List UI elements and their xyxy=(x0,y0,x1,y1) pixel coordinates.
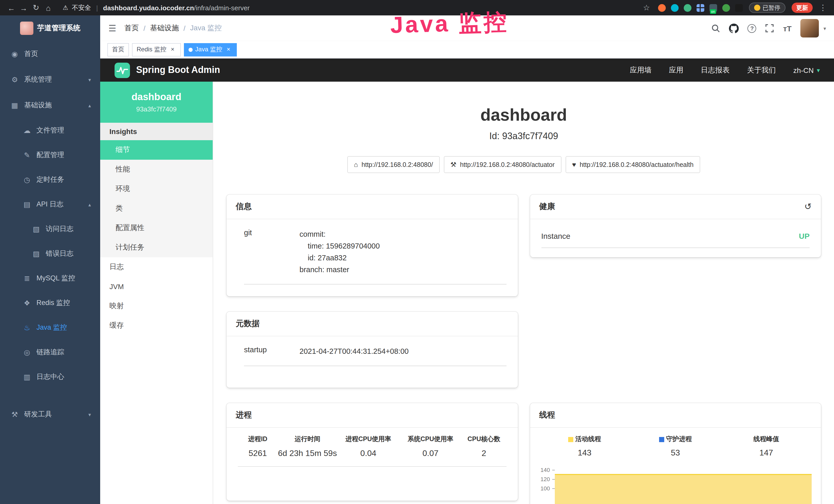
fullscreen-icon[interactable] xyxy=(765,24,774,33)
search-icon[interactable] xyxy=(711,24,721,33)
sba-nav-applications[interactable]: 应用 xyxy=(669,66,683,75)
sidebar-item-access-logs[interactable]: ▧ 访问日志 xyxy=(0,217,100,241)
close-icon[interactable]: × xyxy=(169,46,176,53)
sidebar-item-infrastructure[interactable]: ▦ 基础设施 ▴ xyxy=(0,92,100,118)
sidebar-item-tracing[interactable]: ◎ 链路追踪 xyxy=(0,340,100,365)
bookmark-star-icon[interactable]: ☆ xyxy=(640,3,653,12)
threads-card: 线程 活动线程 143 守护进程 53 xyxy=(530,403,821,504)
app-sidebar: 芋道管理系统 ◉ 首页 ⚙ 系统管理 ▾ ▦ 基础设施 ▴ ☁ xyxy=(0,16,100,504)
paused-badge[interactable]: 已暂停 xyxy=(749,3,786,13)
update-button[interactable]: 更新 xyxy=(792,3,813,13)
forward-icon[interactable]: → xyxy=(18,3,30,12)
card-header: 信息 xyxy=(226,194,518,219)
close-icon[interactable]: × xyxy=(225,46,232,53)
document-icon: ▤ xyxy=(23,200,31,208)
extension-icon-2[interactable] xyxy=(671,4,678,12)
sba-nav-journal[interactable]: 日志报表 xyxy=(701,66,730,75)
font-size-icon[interactable]: ᴛT xyxy=(783,24,792,32)
threads-chart: 140 120 100 xyxy=(535,461,814,504)
sba-nav-wallboard[interactable]: 应用墙 xyxy=(630,66,652,75)
paused-label: 已暂停 xyxy=(763,4,780,12)
sba-item-config-properties[interactable]: 配置属性 xyxy=(100,218,213,238)
sidebar-item-system-management[interactable]: ⚙ 系统管理 ▾ xyxy=(0,67,100,92)
back-icon[interactable]: ← xyxy=(5,3,18,12)
home-icon[interactable]: ⌂ xyxy=(42,3,54,12)
sba-item-details[interactable]: 细节 xyxy=(100,140,213,160)
tab-redis-monitor[interactable]: Redis 监控× xyxy=(132,43,181,56)
sidebar-item-scheduled-jobs[interactable]: ◷ 定时任务 xyxy=(0,167,100,192)
extension-on-icon[interactable]: on xyxy=(709,4,717,12)
browser-menu-icon[interactable]: ⋮ xyxy=(817,3,829,12)
spring-boot-admin: Spring Boot Admin 应用墙 应用 日志报表 关于我们 zh-CN… xyxy=(100,59,834,504)
instance-url-link[interactable]: ⌂ http://192.168.0.2:48080/ xyxy=(347,156,440,173)
history-icon[interactable]: ↺ xyxy=(805,201,812,212)
sidebar-item-label: 配置管理 xyxy=(37,151,64,160)
sidebar-item-config-management[interactable]: ✎ 配置管理 xyxy=(0,143,100,167)
info-line: branch: master xyxy=(300,264,380,276)
instance-header[interactable]: dashboard 93a3fc7f7409 xyxy=(100,82,213,123)
sba-nav-about[interactable]: 关于我们 xyxy=(747,66,776,75)
sidebar-item-label: Java 监控 xyxy=(37,323,67,332)
url-separator: | xyxy=(96,4,98,12)
sba-item-mappings[interactable]: 映射 xyxy=(100,296,213,316)
actuator-url-link[interactable]: ⚒ http://192.168.0.2:48080/actuator xyxy=(444,156,562,173)
extension-icon-1[interactable] xyxy=(658,4,665,12)
sba-item-logs[interactable]: 日志 xyxy=(100,257,213,277)
address-bar[interactable]: ⚠ 不安全 | dashboard.yudao.iocoder.cn/infra… xyxy=(63,3,250,12)
emoji-face-icon xyxy=(754,5,760,11)
warning-icon: ⚠ xyxy=(63,4,68,11)
help-icon[interactable]: ? xyxy=(748,24,756,32)
security-label: 不安全 xyxy=(72,3,91,12)
user-avatar[interactable] xyxy=(800,19,819,38)
sidebar-item-log-center[interactable]: ▥ 日志中心 xyxy=(0,365,100,389)
card-header: 元数据 xyxy=(226,312,518,336)
extension-icon-7[interactable] xyxy=(735,4,743,12)
sba-item-performance[interactable]: 性能 xyxy=(100,160,213,179)
extension-grid-icon[interactable] xyxy=(696,4,704,12)
sba-item-classes[interactable]: 类 xyxy=(100,199,213,218)
sidebar-item-error-logs[interactable]: ▨ 错误日志 xyxy=(0,241,100,266)
card-title: 进程 xyxy=(236,410,252,420)
sidebar-item-redis-monitor[interactable]: ❖ Redis 监控 xyxy=(0,291,100,315)
hamburger-icon[interactable]: ☰ xyxy=(108,23,116,33)
sba-item-caches[interactable]: 缓存 xyxy=(100,316,213,335)
extension-icon-6[interactable] xyxy=(722,4,730,12)
database-icon: ≣ xyxy=(23,274,31,282)
sidebar-item-dev-tools[interactable]: ⚒ 研发工具 ▾ xyxy=(0,402,100,427)
health-row: Instance UP xyxy=(541,222,810,248)
reload-icon[interactable]: ↻ xyxy=(30,3,42,12)
extension-icon-3[interactable] xyxy=(683,4,691,12)
tab-java-monitor[interactable]: Java 监控× xyxy=(184,43,237,56)
process-value: 6d 23h 15m 59s xyxy=(278,449,337,458)
legend-label: 线程峰值 xyxy=(753,435,779,444)
java-icon: ♨ xyxy=(23,323,31,332)
sidebar-item-label: 基础设施 xyxy=(24,101,52,110)
access-log-icon: ▧ xyxy=(32,225,41,233)
sba-nav-links: 应用墙 应用 日志报表 关于我们 zh-CN ▾ xyxy=(630,66,820,75)
sba-language-selector[interactable]: zh-CN ▾ xyxy=(793,66,820,74)
sba-item-jvm[interactable]: JVM xyxy=(100,277,213,296)
process-value: 0.07 xyxy=(399,449,462,458)
breadcrumb-infrastructure[interactable]: 基础设施 xyxy=(150,24,179,33)
sidebar-item-home[interactable]: ◉ 首页 xyxy=(0,41,100,67)
instance-title: dashboard xyxy=(213,105,834,125)
sidebar-item-mysql-monitor[interactable]: ≣ MySQL 监控 xyxy=(0,266,100,291)
spring-boot-admin-logo xyxy=(114,62,130,78)
app-frame: 芋道管理系统 ◉ 首页 ⚙ 系统管理 ▾ ▦ 基础设施 ▴ ☁ xyxy=(0,16,834,504)
app-menu: ◉ 首页 ⚙ 系统管理 ▾ ▦ 基础设施 ▴ ☁ 文件管理 xyxy=(0,41,100,504)
metadata-row: startup 2021-04-27T00:44:31.254+08:00 xyxy=(244,339,506,366)
tab-home[interactable]: 首页 xyxy=(107,43,129,56)
logo-avatar xyxy=(20,22,33,35)
sidebar-item-api-logs[interactable]: ▤ API 日志 ▴ xyxy=(0,192,100,217)
github-icon[interactable] xyxy=(729,23,739,33)
breadcrumb-home[interactable]: 首页 xyxy=(125,24,139,33)
sba-item-environment[interactable]: 环境 xyxy=(100,179,213,199)
app-logo[interactable]: 芋道管理系统 xyxy=(0,16,100,41)
sidebar-item-file-management[interactable]: ☁ 文件管理 xyxy=(0,118,100,143)
sidebar-item-java-monitor[interactable]: ♨ Java 监控 xyxy=(0,315,100,340)
health-url-link[interactable]: ♥ http://192.168.0.2:48080/actuator/heal… xyxy=(565,156,700,173)
chevron-down-icon[interactable]: ▾ xyxy=(824,25,826,31)
sba-item-scheduled-tasks[interactable]: 计划任务 xyxy=(100,238,213,257)
info-row: git commit: time: 1596289704000 id: 27aa… xyxy=(244,222,506,284)
cloud-icon: ☁ xyxy=(23,126,31,135)
